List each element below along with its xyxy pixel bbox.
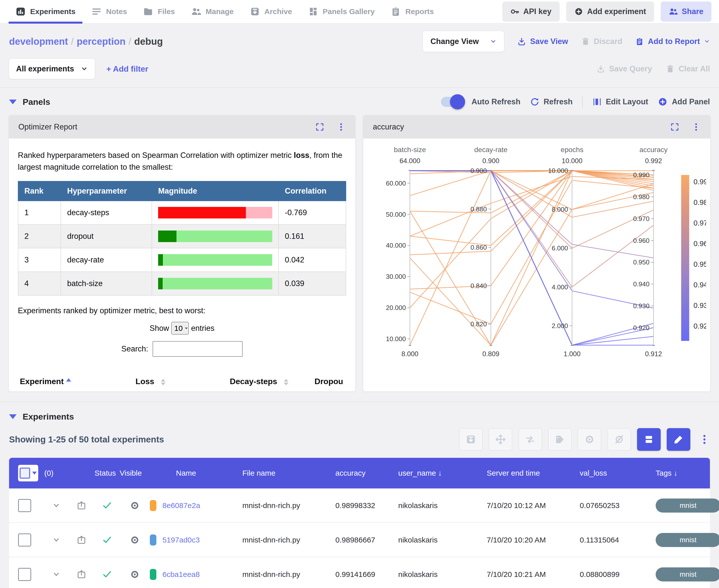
kebab-menu-icon[interactable]: [699, 434, 710, 445]
parallel-coordinates-chart[interactable]: batch-size64.0008.00060.00050.00040.0003…: [367, 139, 706, 387]
column-user-name[interactable]: user_name ↓: [398, 469, 487, 477]
column-file-name[interactable]: File name: [242, 469, 335, 477]
panels-section-toggle[interactable]: Panels: [9, 97, 50, 107]
opt-col-dropou[interactable]: Dropou: [313, 370, 346, 392]
tab-archive[interactable]: Archive: [242, 0, 300, 23]
column-tags[interactable]: Tags ↓: [656, 469, 705, 477]
tag-pill[interactable]: mnist: [656, 533, 719, 547]
file-name-cell: mnist-dnn-rich.py: [242, 536, 335, 544]
tab-panels-gallery[interactable]: Panels Gallery: [300, 0, 383, 23]
hyperparameter-cell: decay-rate: [61, 248, 152, 272]
add-experiment-button[interactable]: Add experiment: [566, 1, 654, 22]
row-checkbox[interactable]: [18, 568, 31, 581]
color-swatch: [150, 569, 156, 580]
auto-refresh-toggle[interactable]: Auto Refresh: [441, 97, 521, 107]
optimizer-experiments-table: ExperimentLossDecay-stepsDropou 0efb8294…: [18, 370, 346, 392]
tags-cell: mnist: [656, 499, 719, 512]
experiment-link[interactable]: 6cba1eea8: [163, 570, 199, 579]
layout-icon: [592, 97, 602, 107]
move-toolbar-button[interactable]: [489, 428, 512, 451]
tag-pill[interactable]: mnist: [656, 567, 719, 582]
archive-toolbar-button[interactable]: [459, 428, 483, 451]
breadcrumb-link-perception[interactable]: perception: [77, 36, 125, 47]
svg-text:64.000: 64.000: [400, 157, 420, 165]
expand-row-icon[interactable]: [44, 502, 68, 509]
search-input[interactable]: [153, 341, 242, 357]
button-label: Add experiment: [587, 7, 646, 16]
rank-row-decay-rate: 3decay-rate0.042: [18, 248, 346, 272]
add-filter-button[interactable]: + Add filter: [106, 64, 148, 74]
opt-col-loss[interactable]: Loss: [95, 370, 206, 392]
select-all-checkbox[interactable]: [18, 465, 38, 481]
eye-off-toolbar-button[interactable]: [607, 428, 631, 451]
pencil-toolbar-button[interactable]: [667, 428, 690, 451]
discard-button[interactable]: Discard: [581, 37, 622, 46]
status-complete-icon: [94, 501, 120, 510]
column-server-end-time[interactable]: Server end time: [487, 469, 580, 477]
experiment-link[interactable]: 5197ad0c3: [163, 536, 199, 544]
share-button[interactable]: Share: [661, 1, 712, 22]
chevron-down-icon: [704, 39, 710, 44]
svg-text:0.92: 0.92: [694, 322, 706, 330]
rows-toolbar-button[interactable]: [637, 428, 661, 451]
experiment-row-8e6087e2a: 8e6087e2amnist-dnn-rich.py0.98998332niko…: [9, 488, 710, 523]
people-icon: [191, 6, 201, 17]
view-bar: Change View Save View Discard Add to Rep…: [423, 31, 710, 52]
add-to-report-button[interactable]: Add to Report: [635, 37, 710, 46]
column-name[interactable]: Name: [150, 469, 242, 477]
clear-all-button[interactable]: Clear All: [666, 64, 710, 74]
row-checkbox[interactable]: [18, 533, 31, 547]
expand-row-icon[interactable]: [44, 536, 68, 544]
tab-notes[interactable]: Notes: [83, 0, 135, 23]
grid-icon: [308, 6, 318, 17]
expand-row-icon[interactable]: [44, 570, 68, 579]
save-query-button[interactable]: Save Query: [596, 64, 652, 74]
file-name-cell: mnist-dnn-rich.py: [242, 501, 335, 510]
column-status[interactable]: Status: [94, 469, 120, 477]
refresh-button[interactable]: Refresh: [530, 97, 572, 107]
breadcrumb-link-development[interactable]: development: [9, 36, 68, 47]
column-visible[interactable]: Visible: [120, 469, 150, 477]
swap-toolbar-button[interactable]: [519, 428, 542, 451]
move-icon: [495, 434, 506, 445]
edit-layout-button[interactable]: Edit Layout: [592, 97, 648, 107]
tab-files[interactable]: Files: [135, 0, 183, 23]
user-name-cell: nikolaskaris: [398, 570, 487, 579]
opt-col-decay-steps[interactable]: Decay-steps: [206, 370, 313, 392]
tab-reports[interactable]: Reports: [383, 0, 442, 23]
experiments-section-toggle[interactable]: Experiments: [9, 412, 710, 422]
experiment-link[interactable]: 8e6087e2a: [163, 501, 200, 510]
experiments-scope-dropdown[interactable]: All experiments: [9, 59, 95, 79]
visible-icon[interactable]: [120, 569, 150, 580]
tab-manage[interactable]: Manage: [183, 0, 242, 23]
open-experiment-icon[interactable]: [68, 570, 94, 579]
column-accuracy[interactable]: accuracy: [335, 469, 398, 477]
correlation-cell: 0.039: [278, 272, 346, 295]
refresh-label: Refresh: [544, 97, 572, 106]
open-experiment-icon[interactable]: [68, 535, 94, 545]
open-experiment-icon[interactable]: [68, 501, 94, 510]
tab-experiments[interactable]: Experiments: [7, 0, 83, 23]
tag-toolbar-button[interactable]: [548, 428, 572, 451]
svg-text:0.970: 0.970: [633, 215, 649, 223]
tag-pill[interactable]: mnist: [656, 499, 719, 512]
clipboard-icon: [635, 37, 644, 46]
row-checkbox[interactable]: [18, 499, 31, 512]
change-view-dropdown[interactable]: Change View: [423, 31, 504, 52]
tab-label: Manage: [206, 7, 234, 16]
tab-label: Reports: [405, 7, 433, 16]
opt-col-experiment[interactable]: Experiment: [18, 370, 95, 392]
visible-icon[interactable]: [120, 535, 150, 545]
collapse-triangle-icon: [9, 100, 17, 104]
eye-toolbar-button[interactable]: [578, 428, 601, 451]
add-panel-button[interactable]: Add Panel: [658, 97, 710, 107]
api-key-button[interactable]: API key: [502, 1, 559, 22]
svg-text:0.840: 0.840: [470, 282, 487, 290]
column-val-loss[interactable]: val_loss: [580, 469, 656, 477]
toggle-switch[interactable]: [441, 97, 463, 107]
trash-icon: [666, 65, 675, 73]
visible-icon[interactable]: [120, 501, 150, 510]
tab-label: Notes: [106, 7, 127, 16]
save-view-button[interactable]: Save View: [517, 37, 568, 46]
page-size-select[interactable]: 10: [171, 322, 189, 335]
